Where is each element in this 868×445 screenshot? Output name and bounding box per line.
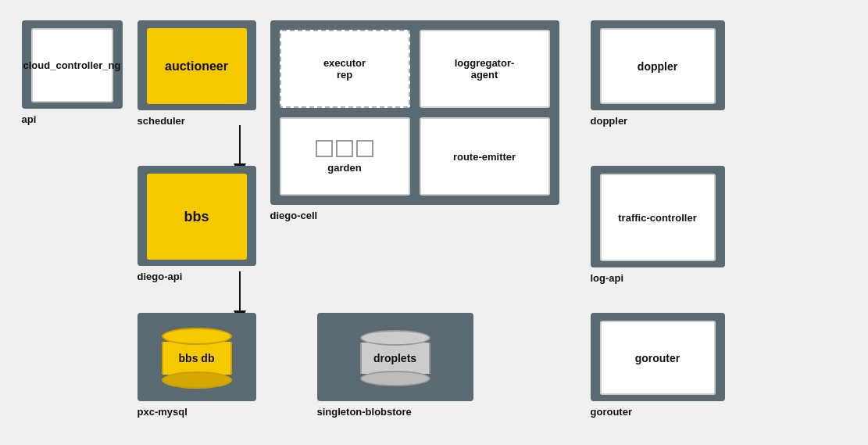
garden-cells <box>316 140 373 157</box>
executor-rep-component: executor rep <box>280 30 410 108</box>
cylinder-wrapper: bbs db <box>162 328 232 389</box>
bbs-db-component: bbs db <box>147 321 247 395</box>
route-emitter-component: route-emitter <box>420 117 550 196</box>
doppler-component: doppler <box>600 28 716 104</box>
gorouter-vm-label: gorouter <box>591 406 632 418</box>
gorouter-vm-bg: gorouter <box>591 313 725 401</box>
garden-cell-3 <box>356 140 373 157</box>
diego-cell-vm-label: diego-cell <box>270 210 318 221</box>
scheduler-vm-label: scheduler <box>138 115 185 127</box>
blobstore-vm-label: singleton-blobstore <box>317 406 412 418</box>
droplets-bottom <box>360 371 430 386</box>
garden-component: garden <box>280 117 410 196</box>
diego-cell-vm-bg: executor rep loggregator- agent garden <box>270 20 559 205</box>
pxcmysql-vm-bg: bbs db <box>138 313 256 401</box>
diego-cell-vm: executor rep loggregator- agent garden <box>270 20 559 221</box>
droplets-body: droplets <box>360 343 430 374</box>
log-api-vm: traffic-controller log-api <box>591 166 725 284</box>
garden-cell-2 <box>336 140 353 157</box>
api-vm-bg: cloud_controller_ng <box>22 20 123 109</box>
diagram-container: cloud_controller_ng api auctioneer sched… <box>13 9 856 436</box>
blobstore-vm: droplets singleton-blobstore <box>317 313 473 418</box>
auctioneer-component: auctioneer <box>147 28 247 104</box>
blobstore-vm-bg: droplets <box>317 313 473 401</box>
gorouter-vm: gorouter gorouter <box>591 313 725 418</box>
doppler-vm-label: doppler <box>591 115 628 127</box>
loggregator-agent-component: loggregator- agent <box>420 30 550 108</box>
garden-label: garden <box>327 162 361 174</box>
api-vm: cloud_controller_ng api <box>22 20 123 125</box>
cylinder-bottom <box>162 371 232 389</box>
pxcmysql-vm: bbs db pxc-mysql <box>138 313 256 418</box>
log-api-vm-label: log-api <box>591 272 624 284</box>
doppler-vm-bg: doppler <box>591 20 725 110</box>
cloud-controller-component: cloud_controller_ng <box>31 28 113 102</box>
diego-api-vm: bbs diego-api <box>138 166 256 282</box>
scheduler-vm-bg: auctioneer <box>138 20 256 110</box>
droplets-top <box>360 330 430 346</box>
pxcmysql-vm-label: pxc-mysql <box>138 406 188 418</box>
gorouter-component: gorouter <box>600 321 716 395</box>
garden-cell-1 <box>316 140 333 157</box>
diego-api-vm-bg: bbs <box>138 166 256 266</box>
cylinder-top <box>162 328 232 345</box>
droplets-component: droplets <box>329 321 462 395</box>
diego-cell-inner-grid: executor rep loggregator- agent garden <box>280 30 550 196</box>
scheduler-vm: auctioneer scheduler <box>138 20 256 127</box>
log-api-vm-bg: traffic-controller <box>591 166 725 267</box>
diego-api-vm-label: diego-api <box>138 271 183 282</box>
api-vm-label: api <box>22 113 37 125</box>
droplets-cylinder: droplets <box>360 330 430 386</box>
doppler-vm: doppler doppler <box>591 20 725 127</box>
traffic-controller-component: traffic-controller <box>600 174 716 261</box>
bbs-component: bbs <box>147 174 247 260</box>
cylinder-body: bbs db <box>162 342 232 375</box>
